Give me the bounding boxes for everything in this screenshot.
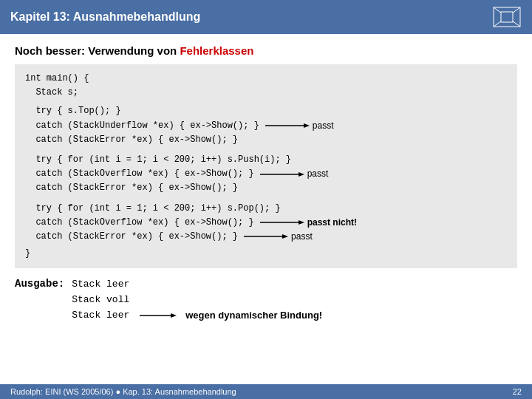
subtitle-prefix: Noch besser: Verwendung von — [15, 44, 180, 57]
passt1-arrow — [265, 122, 310, 129]
output-line-1: Stack leer — [72, 277, 322, 293]
code-s3-l3: catch (StackError *ex) { ex->Show(); } p… — [25, 230, 507, 244]
passt3-label: passt — [291, 230, 313, 244]
code-s2-l3: catch (StackError *ex) { ex->Show(); } — [25, 181, 507, 195]
code-line-stack: Stack s; — [25, 86, 507, 100]
code-s1-l1: try { s.Top(); } — [25, 104, 507, 118]
output-values: Stack leer Stack voll Stack leer wegen d… — [72, 277, 322, 323]
svg-rect-4 — [501, 12, 513, 22]
footer: Rudolph: EINI (WS 2005/06) ● Kap. 13: Au… — [0, 384, 532, 399]
svg-marker-14 — [171, 313, 177, 318]
code-line-main: int main() { — [25, 72, 507, 86]
output-note: wegen dynamischer Bindung! — [185, 308, 322, 324]
code-section-2: try { for (int i = 1; i < 200; i++) s.Pu… — [25, 153, 507, 196]
code-s3-l2: catch (StackOverflow *ex) { ex->Show(); … — [25, 216, 507, 230]
output-line-3: Stack leer — [72, 308, 129, 324]
code-wrapper: int main() { Stack s; try { s.Top(); } c… — [15, 64, 517, 268]
passt-nicht-label: passt nicht! — [307, 216, 357, 230]
code-s2-l1: try { for (int i = 1; i < 200; i++) s.Pu… — [25, 153, 507, 167]
output-line-2: Stack voll — [72, 293, 322, 308]
code-s2-l2: catch (StackOverflow *ex) { ex->Show(); … — [25, 167, 507, 181]
subtitle-highlight: Fehlerklassen — [180, 44, 253, 57]
main-content: Noch besser: Verwendung von Fehlerklasse… — [0, 34, 532, 330]
code-s3-l1: try { for (int i = 1; i < 200; i++) s.Po… — [25, 202, 507, 216]
output-section: Ausgabe: Stack leer Stack voll Stack lee… — [15, 277, 517, 323]
code-s1-l2: catch (StackUnderflow *ex) { ex->Show();… — [25, 119, 507, 133]
passt2-label: passt — [307, 167, 329, 181]
code-s3-l2-text: catch (StackOverflow *ex) { ex->Show(); … — [25, 216, 254, 230]
code-block: int main() { Stack s; try { s.Top(); } c… — [15, 64, 517, 268]
svg-marker-8 — [299, 172, 304, 177]
code-section-3: try { for (int i = 1; i < 200; i++) s.Po… — [25, 202, 507, 245]
header-title: Kapitel 13: Ausnahmebehandlung — [10, 10, 200, 24]
passt-nicht-arrow — [260, 219, 304, 226]
passt3-arrow — [244, 233, 288, 240]
code-s3-l3-text: catch (StackError *ex) { ex->Show(); } — [25, 230, 238, 244]
code-s1-l2-text: catch (StackUnderflow *ex) { ex->Show();… — [25, 119, 259, 133]
svg-marker-10 — [299, 220, 304, 225]
svg-marker-12 — [282, 234, 288, 239]
output-label: Ausgabe: — [15, 277, 64, 290]
subtitle: Noch besser: Verwendung von Fehlerklasse… — [15, 44, 517, 57]
footer-left: Rudolph: EINI (WS 2005/06) ● Kap. 13: Au… — [10, 387, 236, 396]
logo-icon — [492, 6, 522, 28]
dyn-binding-arrow — [140, 312, 177, 319]
output-line-3-row: Stack leer wegen dynamischer Bindung! — [72, 308, 322, 324]
code-s2-l2-text: catch (StackOverflow *ex) { ex->Show(); … — [25, 167, 254, 181]
code-section-1: try { s.Top(); } catch (StackUnderflow *… — [25, 104, 507, 147]
footer-page: 22 — [513, 387, 522, 396]
code-s1-l3: catch (StackError *ex) { ex->Show(); } — [25, 133, 507, 147]
passt2-arrow — [260, 171, 304, 178]
svg-marker-6 — [304, 123, 310, 128]
header: Kapitel 13: Ausnahmebehandlung — [0, 0, 532, 34]
code-closing: } — [25, 247, 507, 261]
passt1-label: passt — [313, 119, 334, 133]
